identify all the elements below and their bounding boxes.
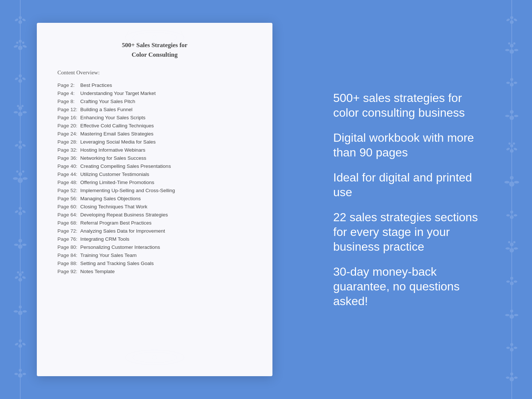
toc-entry-text: Notes Template [80, 269, 115, 274]
svg-point-31 [18, 212, 22, 215]
svg-point-9 [22, 42, 24, 44]
toc-page-number: Page 60: [57, 204, 80, 209]
table-row: Page 48:Offering Limited-Time Promotions [57, 178, 252, 186]
toc-page-number: Page 80: [57, 244, 80, 250]
toc-entry-text: Enhancing Your Sales Scripts [80, 115, 145, 120]
svg-point-79 [510, 144, 513, 147]
svg-point-100 [510, 314, 514, 319]
svg-point-65 [510, 44, 514, 47]
table-row: Page 88:Setting and Tracking Sales Goals [57, 259, 252, 267]
toc-page-number: Page 44: [57, 172, 80, 177]
svg-point-106 [514, 347, 517, 349]
toc-page-number: Page 68: [57, 220, 80, 226]
svg-point-97 [506, 280, 510, 283]
table-row: Page 92:Notes Template [57, 267, 252, 275]
svg-point-73 [505, 115, 510, 117]
svg-point-78 [513, 147, 518, 151]
svg-point-82 [509, 181, 514, 187]
svg-point-69 [506, 82, 510, 84]
svg-point-38 [18, 239, 22, 243]
table-row: Page 4:Understanding Your Target Market [57, 89, 252, 97]
svg-point-76 [510, 149, 514, 153]
svg-point-114 [152, 35, 157, 40]
svg-point-53 [18, 373, 22, 378]
toc-entry-text: Best Practices [80, 82, 112, 88]
svg-point-119 [125, 350, 184, 365]
toc-page-number: Page 64: [57, 212, 80, 218]
svg-point-42 [19, 273, 22, 276]
table-row: Page 60:Closing Techniques That Work [57, 202, 252, 211]
svg-point-89 [510, 211, 513, 213]
toc-page-number: Page 32: [57, 147, 80, 153]
toc-entry-text: Building a Sales Funnel [80, 107, 133, 112]
toc-page-number: Page 28: [57, 139, 80, 145]
svg-point-60 [506, 18, 510, 22]
svg-point-55 [22, 373, 26, 375]
features-panel: 500+ sales strategies for color consulti… [333, 91, 488, 308]
svg-point-11 [18, 79, 22, 83]
svg-point-45 [18, 311, 22, 315]
floral-decoration-right [492, 0, 532, 399]
svg-point-21 [18, 145, 22, 149]
svg-point-111 [510, 372, 513, 375]
svg-point-103 [510, 310, 513, 313]
svg-point-64 [514, 49, 518, 51]
toc-page-number: Page 40: [57, 163, 80, 169]
svg-point-10 [19, 40, 22, 43]
doc-watermark-bottom [37, 346, 272, 372]
svg-point-96 [510, 282, 514, 285]
toc-page-number: Page 12: [57, 107, 80, 112]
svg-point-68 [510, 83, 514, 86]
toc-entry-text: Networking for Sales Success [80, 155, 146, 161]
toc-page-number: Page 72: [57, 228, 80, 234]
toc-entry-text: Analyzing Sales Data for Improvement [80, 228, 165, 234]
svg-point-35 [18, 244, 22, 249]
svg-point-109 [506, 377, 510, 379]
toc-page-number: Page 76: [57, 236, 80, 242]
svg-point-61 [513, 18, 518, 22]
toc-page-number: Page 48: [57, 180, 80, 185]
document-title: 500+ Sales Strategies for Color Consulti… [122, 40, 187, 59]
feature-item: Digital workbook with more than 90 pages [333, 130, 488, 160]
feature-item: 30-day money-back guarantee, no question… [333, 264, 488, 308]
svg-point-84 [514, 181, 519, 184]
table-row: Page 44:Utilizing Customer Testimonials [57, 170, 252, 178]
toc-page-number: Page 56: [57, 196, 80, 201]
svg-point-36 [14, 244, 18, 246]
content-overview-label: Content Overview: [57, 70, 100, 76]
svg-point-8 [16, 42, 18, 44]
svg-point-46 [14, 310, 18, 313]
toc-page-number: Page 20: [57, 123, 80, 128]
toc-page-number: Page 88: [57, 261, 80, 266]
table-row: Page 24:Mastering Email Sales Strategies [57, 130, 252, 138]
svg-point-7 [22, 45, 27, 48]
svg-point-3 [14, 18, 19, 22]
toc-entry-text: Implementing Up-Selling and Cross-Sellin… [80, 188, 175, 193]
svg-point-37 [22, 244, 27, 246]
svg-point-63 [505, 49, 510, 51]
toc-entry-text: Managing Sales Objections [80, 196, 141, 201]
svg-point-13 [22, 77, 26, 81]
toc-page-number: Page 84: [57, 253, 80, 258]
feature-item: Ideal for digital and printed use [333, 170, 488, 200]
toc-page-number: Page 8: [57, 99, 80, 104]
toc-entry-text: Setting and Tracking Sales Goals [80, 261, 154, 266]
svg-point-104 [510, 348, 514, 352]
svg-point-75 [510, 110, 514, 114]
toc-entry-text: Hosting Informative Webinars [80, 147, 145, 153]
svg-point-30 [22, 170, 24, 173]
svg-point-50 [14, 342, 19, 346]
svg-point-93 [510, 243, 514, 246]
svg-point-17 [22, 111, 27, 113]
svg-point-83 [504, 181, 510, 184]
svg-point-81 [513, 142, 515, 145]
svg-point-32 [14, 210, 19, 213]
svg-point-58 [510, 20, 514, 24]
svg-line-115 [125, 30, 129, 38]
table-row: Page 8:Crafting Your Sales Pitch [57, 97, 252, 105]
svg-point-77 [506, 147, 510, 151]
svg-point-121 [152, 355, 157, 360]
toc-entry-text: Closing Techniques That Work [80, 204, 147, 209]
svg-point-80 [508, 142, 511, 145]
table-row: Page 76:Integrating CRM Tools [57, 235, 252, 243]
